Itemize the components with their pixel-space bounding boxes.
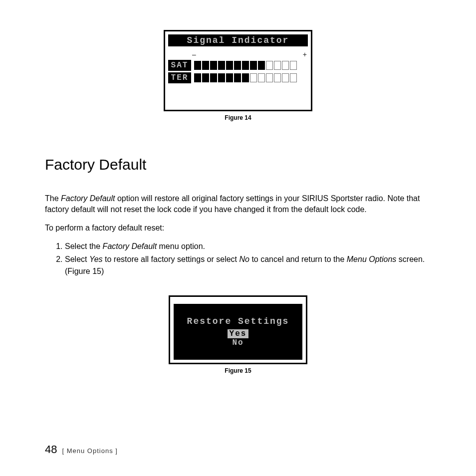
bar-empty-icon: [282, 73, 289, 82]
page-number: 48: [45, 443, 57, 456]
text: to cancel and return to the: [249, 255, 347, 263]
bar-filled-icon: [242, 61, 249, 70]
bar-filled-icon: [250, 61, 257, 70]
bar-empty-icon: [258, 73, 265, 82]
lcd-screen-signal: Signal Indicator – + SATTER: [164, 30, 312, 111]
step-1: Select the Factory Default menu option.: [65, 240, 431, 252]
bar-filled-icon: [210, 73, 217, 82]
text: The: [45, 194, 61, 203]
footer-section: [ Menu Options ]: [62, 447, 117, 455]
scale-low-icon: –: [192, 50, 196, 58]
text: Select the: [65, 242, 103, 250]
menu-option-term: Factory Default: [103, 242, 157, 250]
bar-empty-icon: [266, 73, 273, 82]
section-heading: Factory Default: [45, 156, 431, 173]
bar-filled-icon: [202, 73, 209, 82]
signal-rows: SATTER: [168, 58, 308, 83]
factory-default-term: Factory Default: [61, 194, 115, 203]
lcd-title: Signal Indicator: [168, 34, 308, 46]
intro-paragraph: The Factory Default option will restore …: [45, 193, 431, 216]
manual-page: Signal Indicator – + SATTER Figure 14 Fa…: [0, 0, 476, 476]
bar-empty-icon: [290, 73, 297, 82]
signal-label: SAT: [168, 60, 191, 71]
restore-options: YesNo: [228, 329, 249, 347]
text: Select: [65, 255, 89, 263]
signal-label: TER: [168, 72, 191, 83]
bar-filled-icon: [234, 61, 241, 70]
bar-empty-icon: [274, 61, 281, 70]
text: to restore all factory settings or selec…: [103, 255, 239, 263]
no-term: No: [239, 255, 249, 263]
restore-option-no[interactable]: No: [230, 338, 245, 347]
bar-filled-icon: [226, 61, 233, 70]
bar-empty-icon: [274, 73, 281, 82]
page-footer: 48 [ Menu Options ]: [45, 443, 118, 456]
bar-filled-icon: [194, 73, 201, 82]
figure-14-caption: Figure 14: [225, 114, 251, 121]
steps-list: Select the Factory Default menu option. …: [65, 240, 431, 277]
signal-scale: – +: [192, 50, 307, 58]
bar-empty-icon: [250, 73, 257, 82]
bar-filled-icon: [194, 61, 201, 70]
lcd-body: Restore Settings YesNo: [174, 304, 302, 360]
bar-filled-icon: [218, 73, 225, 82]
bar-filled-icon: [234, 73, 241, 82]
bar-filled-icon: [258, 61, 265, 70]
bar-empty-icon: [266, 61, 273, 70]
figure-15-caption: Figure 15: [225, 367, 251, 374]
bar-filled-icon: [242, 73, 249, 82]
lcd-screen-restore: Restore Settings YesNo: [169, 295, 307, 364]
lcd-restore-title: Restore Settings: [187, 316, 289, 326]
instruction-lead: To perform a factory default reset:: [45, 223, 431, 234]
bar-empty-icon: [282, 61, 289, 70]
bar-filled-icon: [226, 73, 233, 82]
bar-filled-icon: [210, 61, 217, 70]
bar-filled-icon: [218, 61, 225, 70]
figure-14: Signal Indicator – + SATTER Figure 14: [45, 30, 431, 121]
signal-row-ter: TER: [168, 72, 303, 83]
figure-15: Restore Settings YesNo Figure 15: [45, 295, 431, 374]
bar-empty-icon: [290, 61, 297, 70]
restore-option-yes[interactable]: Yes: [228, 329, 249, 338]
signal-bars: [194, 61, 303, 70]
scale-high-icon: +: [303, 50, 307, 58]
yes-term: Yes: [89, 255, 103, 263]
step-2: Select Yes to restore all factory settin…: [65, 253, 431, 277]
menu-options-term: Menu Options: [347, 255, 397, 263]
signal-bars: [194, 73, 303, 82]
signal-row-sat: SAT: [168, 60, 303, 71]
text: menu option.: [157, 242, 205, 250]
bar-filled-icon: [202, 61, 209, 70]
